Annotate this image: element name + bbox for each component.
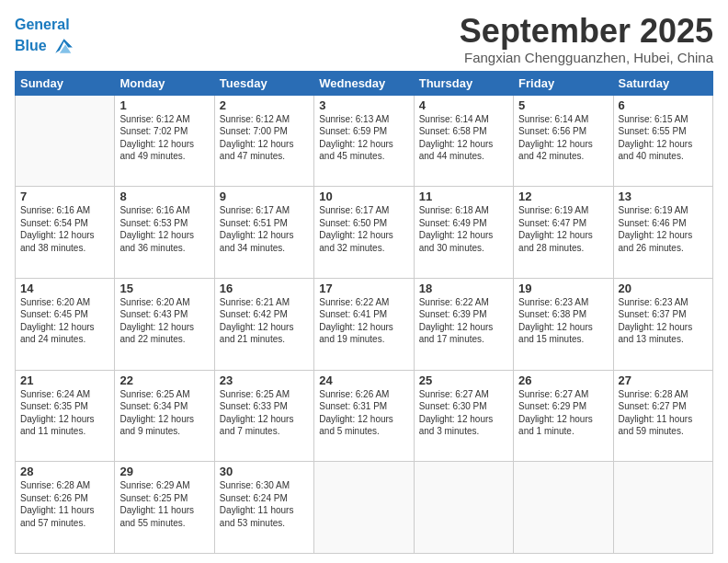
day-number: 10 — [319, 190, 408, 203]
day-number: 4 — [419, 98, 508, 112]
day-info: Sunrise: 6:28 AM Sunset: 6:27 PM Dayligh… — [619, 388, 708, 438]
calendar-cell: 22Sunrise: 6:25 AM Sunset: 6:34 PM Dayli… — [115, 370, 214, 462]
calendar-cell: 19Sunrise: 6:23 AM Sunset: 6:38 PM Dayli… — [514, 278, 613, 370]
day-info: Sunrise: 6:26 AM Sunset: 6:31 PM Dayligh… — [319, 388, 408, 438]
day-number: 13 — [619, 190, 708, 203]
calendar-cell: 2Sunrise: 6:12 AM Sunset: 7:00 PM Daylig… — [214, 95, 313, 187]
logo-icon — [50, 33, 75, 59]
day-info: Sunrise: 6:22 AM Sunset: 6:41 PM Dayligh… — [319, 296, 408, 346]
calendar-cell: 3Sunrise: 6:13 AM Sunset: 6:59 PM Daylig… — [314, 95, 414, 187]
logo: General Blue — [15, 17, 75, 59]
day-number: 23 — [220, 373, 309, 387]
day-number: 2 — [220, 98, 309, 112]
day-header-friday: Friday — [514, 71, 613, 95]
calendar-cell: 8Sunrise: 6:16 AM Sunset: 6:53 PM Daylig… — [115, 187, 214, 279]
calendar-cell: 12Sunrise: 6:19 AM Sunset: 6:47 PM Dayli… — [514, 187, 613, 279]
calendar-table: SundayMondayTuesdayWednesdayThursdayFrid… — [15, 71, 713, 554]
day-info: Sunrise: 6:28 AM Sunset: 6:26 PM Dayligh… — [20, 479, 109, 529]
day-info: Sunrise: 6:12 AM Sunset: 7:02 PM Dayligh… — [119, 113, 209, 163]
day-info: Sunrise: 6:19 AM Sunset: 6:47 PM Dayligh… — [518, 204, 608, 254]
calendar-cell: 10Sunrise: 6:17 AM Sunset: 6:50 PM Dayli… — [314, 187, 414, 279]
calendar-cell: 23Sunrise: 6:25 AM Sunset: 6:33 PM Dayli… — [214, 370, 313, 462]
day-number: 11 — [419, 190, 508, 203]
calendar-cell: 14Sunrise: 6:20 AM Sunset: 6:45 PM Dayli… — [16, 278, 115, 370]
calendar-cell: 1Sunrise: 6:12 AM Sunset: 7:02 PM Daylig… — [115, 95, 214, 187]
calendar-header-row: SundayMondayTuesdayWednesdayThursdayFrid… — [16, 71, 713, 95]
calendar-body: 1Sunrise: 6:12 AM Sunset: 7:02 PM Daylig… — [16, 95, 713, 553]
title-area: September 2025 Fangxian Chengguanzhen, H… — [460, 13, 713, 65]
calendar-cell: 7Sunrise: 6:16 AM Sunset: 6:54 PM Daylig… — [16, 187, 115, 279]
calendar-week-4: 21Sunrise: 6:24 AM Sunset: 6:35 PM Dayli… — [16, 370, 713, 462]
calendar-week-3: 14Sunrise: 6:20 AM Sunset: 6:45 PM Dayli… — [16, 278, 713, 370]
calendar-cell: 4Sunrise: 6:14 AM Sunset: 6:58 PM Daylig… — [414, 95, 513, 187]
calendar-cell — [414, 462, 513, 554]
calendar-cell: 11Sunrise: 6:18 AM Sunset: 6:49 PM Dayli… — [414, 187, 513, 279]
day-info: Sunrise: 6:23 AM Sunset: 6:38 PM Dayligh… — [518, 296, 608, 346]
calendar-cell: 5Sunrise: 6:14 AM Sunset: 6:56 PM Daylig… — [514, 95, 613, 187]
day-info: Sunrise: 6:13 AM Sunset: 6:59 PM Dayligh… — [319, 113, 408, 163]
day-number: 17 — [319, 282, 408, 295]
logo-general: General — [15, 17, 70, 32]
day-header-wednesday: Wednesday — [314, 71, 414, 95]
calendar-cell: 18Sunrise: 6:22 AM Sunset: 6:39 PM Dayli… — [414, 278, 513, 370]
calendar-cell: 28Sunrise: 6:28 AM Sunset: 6:26 PM Dayli… — [16, 462, 115, 554]
day-number: 22 — [119, 373, 209, 387]
day-info: Sunrise: 6:22 AM Sunset: 6:39 PM Dayligh… — [419, 296, 508, 346]
day-number: 9 — [220, 190, 309, 203]
logo-blue: Blue — [15, 38, 47, 54]
calendar-cell: 30Sunrise: 6:30 AM Sunset: 6:24 PM Dayli… — [214, 462, 313, 554]
calendar-cell: 26Sunrise: 6:27 AM Sunset: 6:29 PM Dayli… — [514, 370, 613, 462]
day-info: Sunrise: 6:27 AM Sunset: 6:30 PM Dayligh… — [419, 388, 508, 438]
day-number: 12 — [518, 190, 608, 203]
day-number: 20 — [619, 282, 708, 295]
day-number: 26 — [518, 373, 608, 387]
day-info: Sunrise: 6:16 AM Sunset: 6:54 PM Dayligh… — [20, 204, 109, 254]
page-header: General Blue September 2025 Fangxian Che… — [15, 13, 713, 65]
day-info: Sunrise: 6:17 AM Sunset: 6:50 PM Dayligh… — [319, 204, 408, 254]
calendar-cell — [514, 462, 613, 554]
day-info: Sunrise: 6:18 AM Sunset: 6:49 PM Dayligh… — [419, 204, 508, 254]
day-number: 14 — [20, 282, 109, 295]
day-number: 28 — [20, 465, 109, 478]
day-info: Sunrise: 6:14 AM Sunset: 6:58 PM Dayligh… — [419, 113, 508, 163]
calendar-cell: 25Sunrise: 6:27 AM Sunset: 6:30 PM Dayli… — [414, 370, 513, 462]
day-info: Sunrise: 6:17 AM Sunset: 6:51 PM Dayligh… — [220, 204, 309, 254]
calendar-week-5: 28Sunrise: 6:28 AM Sunset: 6:26 PM Dayli… — [16, 462, 713, 554]
day-info: Sunrise: 6:19 AM Sunset: 6:46 PM Dayligh… — [619, 204, 708, 254]
day-header-tuesday: Tuesday — [214, 71, 313, 95]
day-info: Sunrise: 6:14 AM Sunset: 6:56 PM Dayligh… — [518, 113, 608, 163]
day-number: 19 — [518, 282, 608, 295]
day-number: 25 — [419, 373, 508, 387]
day-info: Sunrise: 6:20 AM Sunset: 6:43 PM Dayligh… — [119, 296, 209, 346]
calendar-cell: 24Sunrise: 6:26 AM Sunset: 6:31 PM Dayli… — [314, 370, 414, 462]
day-header-saturday: Saturday — [613, 71, 712, 95]
day-number: 7 — [20, 190, 109, 203]
day-info: Sunrise: 6:30 AM Sunset: 6:24 PM Dayligh… — [220, 479, 309, 529]
day-number: 30 — [220, 465, 309, 478]
calendar-week-1: 1Sunrise: 6:12 AM Sunset: 7:02 PM Daylig… — [16, 95, 713, 187]
calendar-cell: 9Sunrise: 6:17 AM Sunset: 6:51 PM Daylig… — [214, 187, 313, 279]
day-number: 18 — [419, 282, 508, 295]
day-info: Sunrise: 6:20 AM Sunset: 6:45 PM Dayligh… — [20, 296, 109, 346]
day-number: 3 — [319, 98, 408, 112]
day-info: Sunrise: 6:24 AM Sunset: 6:35 PM Dayligh… — [20, 388, 109, 438]
day-header-thursday: Thursday — [414, 71, 513, 95]
calendar-cell — [16, 95, 115, 187]
calendar-cell — [613, 462, 712, 554]
day-header-monday: Monday — [115, 71, 214, 95]
calendar-cell: 15Sunrise: 6:20 AM Sunset: 6:43 PM Dayli… — [115, 278, 214, 370]
day-number: 27 — [619, 373, 708, 387]
calendar-cell: 17Sunrise: 6:22 AM Sunset: 6:41 PM Dayli… — [314, 278, 414, 370]
calendar-cell: 6Sunrise: 6:15 AM Sunset: 6:55 PM Daylig… — [613, 95, 712, 187]
day-info: Sunrise: 6:25 AM Sunset: 6:34 PM Dayligh… — [119, 388, 209, 438]
calendar-cell: 21Sunrise: 6:24 AM Sunset: 6:35 PM Dayli… — [16, 370, 115, 462]
day-info: Sunrise: 6:12 AM Sunset: 7:00 PM Dayligh… — [220, 113, 309, 163]
day-number: 5 — [518, 98, 608, 112]
day-number: 15 — [119, 282, 209, 295]
day-info: Sunrise: 6:23 AM Sunset: 6:37 PM Dayligh… — [619, 296, 708, 346]
day-info: Sunrise: 6:21 AM Sunset: 6:42 PM Dayligh… — [220, 296, 309, 346]
day-info: Sunrise: 6:27 AM Sunset: 6:29 PM Dayligh… — [518, 388, 608, 438]
day-number: 21 — [20, 373, 109, 387]
day-number: 1 — [119, 98, 209, 112]
day-number: 24 — [319, 373, 408, 387]
